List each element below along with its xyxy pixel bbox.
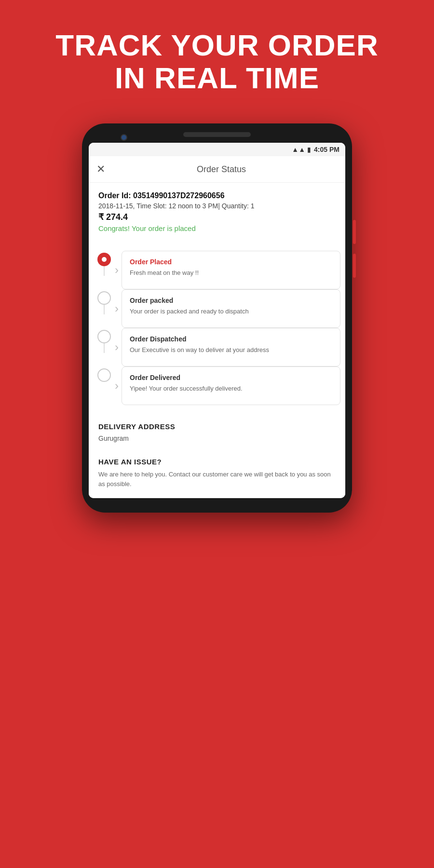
step-dot-delivered [97,368,111,382]
order-congrats: Congrats! Your order is placed [98,224,336,232]
close-button[interactable]: ✕ [96,163,105,176]
step-desc-delivered: Yipee! Your order successfully delivered… [130,384,332,393]
issue-section: HAVE AN ISSUE? We are here to help you. … [89,458,345,498]
order-info: Order Id: 03514990137D272960656 2018-11-… [89,183,345,251]
bracket-delivered: › [115,379,119,393]
step-title-packed: Order packed [130,297,332,304]
connector-3 [104,343,105,353]
delivery-heading: DELIVERY ADDRESS [98,422,336,431]
side-button-1 [353,220,356,244]
step-desc-packed: Your order is packed and ready to dispat… [130,307,332,316]
header-title: Order Status [105,164,338,175]
status-bar: ▲▲ ▮ 4:05 PM [89,143,345,156]
step-dot-packed [97,291,111,305]
tracking-card-dispatched: Order Dispatched Our Executive is on way… [122,328,340,366]
hero-heading: TRACK YOUR ORDER IN REAL TIME [27,0,407,114]
step-title-placed: Order Placed [130,258,332,266]
delivery-section: DELIVERY ADDRESS Gurugram [89,415,345,458]
tracking-card-packed: Order packed Your order is packed and re… [122,289,340,328]
tracking-section: › Order Placed Fresh meat on the way !! … [89,251,345,415]
bracket-packed: › [115,302,119,315]
status-icons: ▲▲ ▮ [292,146,311,153]
time-display: 4:05 PM [314,146,339,153]
tracking-card-delivered: Order Delivered Yipee! Your order succes… [122,366,340,405]
phone-frame: ▲▲ ▮ 4:05 PM ✕ Order Status Order Id: 03… [82,123,352,513]
issue-text: We are here to help you. Contact our cus… [98,470,336,488]
step-dot-dispatched [97,330,111,343]
bracket-placed: › [115,263,119,277]
battery-icon: ▮ [307,146,311,153]
step-dot-placed [97,253,111,266]
order-details: 2018-11-15, Time Slot: 12 noon to 3 PM| … [98,202,336,210]
phone-screen: ▲▲ ▮ 4:05 PM ✕ Order Status Order Id: 03… [89,143,345,498]
issue-heading: HAVE AN ISSUE? [98,458,336,466]
step-title-dispatched: Order Dispatched [130,335,332,343]
order-id: Order Id: 03514990137D272960656 [98,191,336,200]
step-desc-dispatched: Our Executive is on way to deliver at yo… [130,346,332,354]
step-title-delivered: Order Delivered [130,374,332,381]
step-desc-placed: Fresh meat on the way !! [130,269,332,277]
connector-2 [104,305,105,314]
hero-line2: IN REAL TIME [55,62,378,95]
app-header: ✕ Order Status [89,156,345,183]
phone-speaker [183,132,251,137]
tracking-card-placed: Order Placed Fresh meat on the way !! [122,251,340,289]
phone-mockup: ▲▲ ▮ 4:05 PM ✕ Order Status Order Id: 03… [0,114,434,532]
bracket-dispatched: › [115,340,119,354]
connector-1 [104,266,105,276]
order-price: ₹ 274.4 [98,212,336,222]
side-button-2 [353,254,356,278]
phone-camera [121,134,127,141]
hero-line1: TRACK YOUR ORDER [55,29,378,62]
signal-icon: ▲▲ [292,146,305,153]
delivery-address: Gurugram [98,434,336,442]
